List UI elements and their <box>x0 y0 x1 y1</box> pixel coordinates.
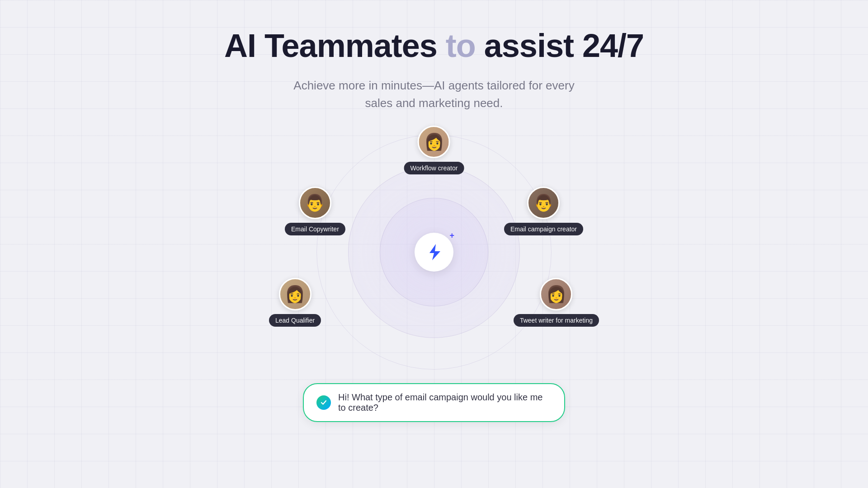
chat-icon <box>316 395 331 410</box>
avatar-email-campaign: 👨 <box>527 187 560 219</box>
headline-highlight: to <box>446 28 476 64</box>
avatar-lead-qualifier: 👩 <box>279 278 311 310</box>
page-container: AI Teammates to assist 24/7 Achieve more… <box>0 0 868 422</box>
subheadline: Achieve more in minutes—AI agents tailor… <box>293 77 574 112</box>
agent-workflow-creator: 👩 Workflow creator <box>404 126 464 174</box>
plus-sign: + <box>449 231 454 240</box>
center-bolt-icon: + <box>415 233 453 272</box>
label-workflow-creator: Workflow creator <box>404 162 464 174</box>
avatar-tweet-writer: 👩 <box>540 278 572 310</box>
label-email-copywriter: Email Copywriter <box>285 223 345 235</box>
avatar-workflow-creator: 👩 <box>418 126 450 158</box>
avatar-email-copywriter: 👨 <box>299 187 331 219</box>
subheadline-line2: sales and marketing need. <box>365 96 503 110</box>
agent-email-copywriter: 👨 Email Copywriter <box>285 187 345 235</box>
headline-part2: assist 24/7 <box>484 28 644 64</box>
chat-bubble: Hi! What type of email campaign would yo… <box>303 383 565 422</box>
label-tweet-writer: Tweet writer for marketing <box>514 314 599 327</box>
headline-part1: AI Teammates <box>224 28 446 64</box>
label-email-campaign: Email campaign creator <box>504 223 583 235</box>
label-lead-qualifier: Lead Qualifier <box>269 314 321 327</box>
agent-tweet-writer: 👩 Tweet writer for marketing <box>514 278 599 327</box>
agent-email-campaign: 👨 Email campaign creator <box>504 187 583 235</box>
agent-lead-qualifier: 👩 Lead Qualifier <box>269 278 321 327</box>
diagram: + 👩 Workflow creator 👨 Email campaign cr… <box>294 135 574 370</box>
chat-message: Hi! What type of email campaign would yo… <box>338 392 552 413</box>
subheadline-line1: Achieve more in minutes—AI agents tailor… <box>293 79 574 92</box>
main-headline: AI Teammates to assist 24/7 <box>224 27 644 64</box>
